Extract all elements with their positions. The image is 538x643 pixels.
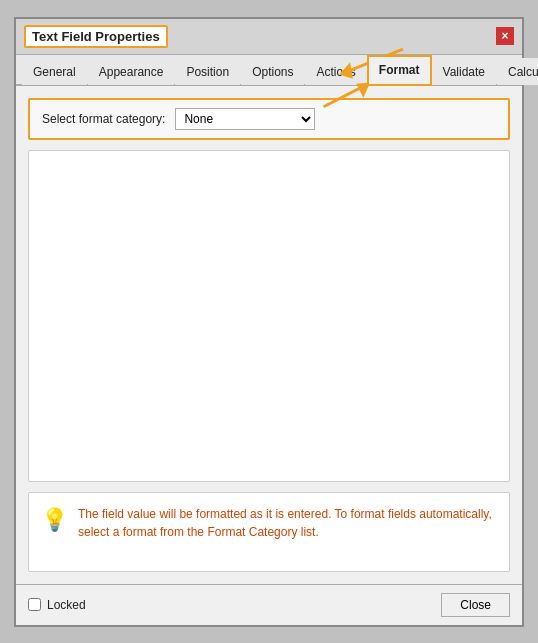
tab-bar: General Appearance Position Options Acti… [16,55,522,86]
tab-appearance[interactable]: Appearance [88,58,175,85]
tab-validate[interactable]: Validate [432,58,496,85]
dialog-title: Text Field Properties [24,25,168,48]
format-category-row: Select format category: None Number Perc… [28,98,510,140]
tab-content: Select format category: None Number Perc… [16,86,522,584]
format-preview-area [28,150,510,482]
footer: Locked Close [16,584,522,625]
tab-actions[interactable]: Actions [305,58,366,85]
format-category-select[interactable]: None Number Percentage Date Time Special… [175,108,315,130]
locked-checkbox[interactable] [28,598,41,611]
locked-label: Locked [47,598,86,612]
format-category-label: Select format category: [42,112,165,126]
tab-calculate[interactable]: Calculate [497,58,538,85]
info-box: 💡 The field value will be formatted as i… [28,492,510,572]
info-message: The field value will be formatted as it … [78,505,497,541]
locked-row: Locked [28,598,86,612]
dialog: Text Field Properties × General Appearan… [14,17,524,627]
tab-general[interactable]: General [22,58,87,85]
tab-options[interactable]: Options [241,58,304,85]
title-bar: Text Field Properties × [16,19,522,55]
close-dialog-button[interactable]: Close [441,593,510,617]
close-window-button[interactable]: × [496,27,514,45]
lightbulb-icon: 💡 [41,507,68,533]
tab-position[interactable]: Position [175,58,240,85]
tab-format[interactable]: Format [368,56,431,85]
